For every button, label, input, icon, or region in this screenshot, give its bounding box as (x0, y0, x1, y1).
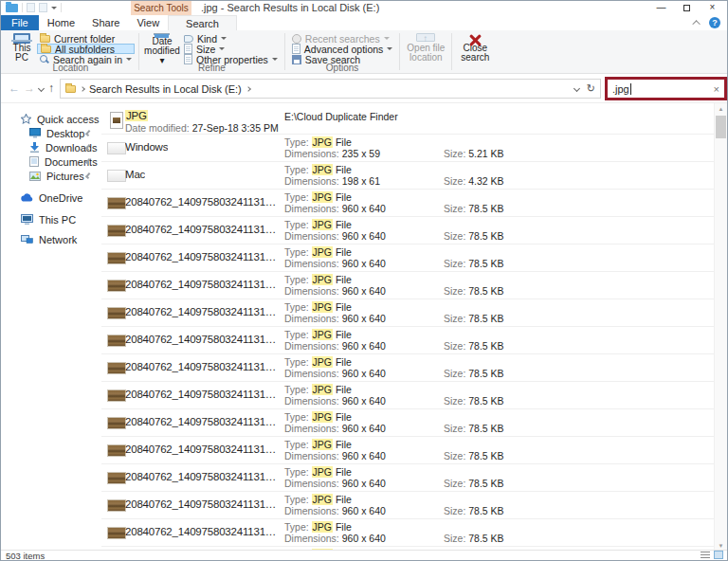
new-folder-icon[interactable] (39, 3, 47, 12)
refresh-icon[interactable]: ↻ (587, 83, 595, 94)
scroll-up-icon[interactable]: ▲ (715, 103, 727, 115)
file-size: Size: 78.5 KB (444, 340, 504, 352)
clear-search-icon[interactable]: × (714, 83, 719, 95)
sidebar-item-this-pc[interactable]: This PC (1, 212, 101, 226)
recent-locations-icon[interactable] (38, 85, 45, 92)
ribbon-group-close: Close search (452, 30, 498, 73)
sidebar-item-downloads[interactable]: Downloads (1, 140, 101, 154)
file-size: Size: 78.5 KB (444, 258, 504, 269)
file-date-modified: Date modified: 27-Sep-18 3:35 PM (125, 122, 279, 134)
file-dimensions: Dimensions: 960 x 640 (284, 478, 386, 489)
properties-icon[interactable] (27, 3, 35, 12)
file-name: Windows (125, 141, 168, 153)
file-row[interactable]: 20840762_1409758032411314_279916355...Ty… (101, 437, 714, 464)
group-label-location: Location (3, 63, 138, 73)
file-dimensions: Dimensions: 960 x 640 (284, 533, 386, 544)
file-row[interactable]: 20840762_1409758032411314_279916355...Ty… (101, 464, 714, 492)
help-icon[interactable]: ? (709, 17, 720, 28)
file-row[interactable]: 20840762_1409758032411314_279916355...Ty… (101, 190, 714, 217)
sidebar-item-quick-access[interactable]: Quick access (1, 112, 101, 126)
file-row[interactable]: 20840762_1409758032411314_279916355...Ty… (101, 492, 714, 519)
image-thumbnail-icon (107, 142, 126, 154)
search-tools-contextual-label: Search Tools (131, 1, 191, 15)
scrollbar-thumb[interactable] (716, 116, 726, 138)
back-button[interactable]: ← (9, 81, 20, 95)
image-thumbnail-icon (107, 499, 126, 512)
close-button[interactable]: × (700, 1, 725, 15)
status-bar: 503 items (1, 550, 727, 560)
sidebar-item-documents[interactable]: Documents (1, 154, 101, 169)
customize-qat-icon[interactable] (51, 7, 57, 9)
close-search-icon (468, 33, 482, 42)
file-row[interactable]: 20840762_1409758032411314_279916355...Ty… (101, 272, 714, 299)
file-row[interactable]: 20840762_1409758032411314_279916355...Ty… (101, 382, 714, 409)
file-size: Size: 5.21 KB (444, 148, 504, 159)
file-size: Size: 78.5 KB (444, 423, 504, 434)
dropdown-icon (221, 37, 227, 40)
file-type: Type: JPG File (284, 246, 352, 258)
tab-home[interactable]: Home (39, 15, 83, 30)
jpg-folder-icon (110, 112, 123, 129)
tab-search[interactable]: Search (168, 15, 237, 30)
ribbon-group-refine: Date modified ▾ Kind Size Other properti… (139, 30, 284, 73)
sidebar-item-onedrive[interactable]: OneDrive (1, 190, 101, 205)
file-row[interactable]: WindowsType: JPG FileDimensions: 235 x 5… (101, 135, 714, 162)
forward-button[interactable]: → (24, 81, 35, 95)
file-size: Size: 78.5 KB (444, 505, 504, 516)
all-subfolders-button[interactable]: All subfolders (37, 44, 135, 54)
file-name: 20840762_1409758032411314_279916355... (125, 251, 281, 262)
file-name: 20840762_1409758032411314_279916355... (125, 443, 281, 455)
address-dropdown-icon[interactable] (573, 85, 580, 92)
open-file-location-button[interactable]: Open file location (404, 32, 447, 63)
address-bar[interactable]: Search Results in Local Disk (E:) ↻ (60, 79, 601, 99)
collapse-ribbon-icon[interactable] (692, 20, 700, 27)
size-button[interactable]: Size (181, 44, 281, 54)
sidebar-item-pictures[interactable]: Pictures (1, 169, 101, 183)
dropdown-icon (126, 58, 132, 61)
file-list: JPGDate modified: 27-Sep-18 3:35 PME:\Cl… (101, 103, 714, 552)
file-row[interactable]: 20840762_1409758032411314_279916355...Ty… (101, 354, 714, 382)
file-dimensions: Dimensions: 960 x 640 (284, 340, 386, 352)
tab-view[interactable]: View (128, 15, 168, 30)
pin-icon (84, 130, 91, 136)
file-row[interactable]: 20840762_1409758032411314_279916355...Ty… (101, 217, 714, 244)
sidebar-item-network[interactable]: Network (1, 232, 101, 246)
file-name: 20840762_1409758032411314_279916355... (125, 224, 281, 235)
date-modified-button[interactable]: Date modified ▾ (143, 32, 181, 63)
kind-button[interactable]: Kind (181, 33, 281, 44)
file-name: 20840762_1409758032411314_279916355... (125, 471, 281, 482)
breadcrumb[interactable]: Search Results in Local Disk (E:) (89, 83, 242, 95)
restore-button[interactable] (674, 1, 700, 15)
minimize-button[interactable]: — (648, 1, 674, 15)
image-thumbnail-icon (107, 252, 126, 264)
file-row[interactable]: 20840762_1409758032411314_279916355...Ty… (101, 299, 714, 327)
vertical-scrollbar[interactable]: ▲ ▼ (714, 103, 727, 552)
star-icon (21, 114, 31, 124)
this-pc-button[interactable]: This PC (7, 32, 37, 63)
advanced-options-button[interactable]: Advanced options (289, 44, 395, 54)
image-thumbnail-icon (107, 444, 126, 457)
close-search-button[interactable]: Close search (456, 32, 494, 63)
file-row[interactable]: JPGDate modified: 27-Sep-18 3:35 PME:\Cl… (101, 107, 714, 135)
file-dimensions: Dimensions: 960 x 640 (284, 368, 386, 379)
recent-searches-button[interactable]: Recent searches (289, 33, 395, 44)
up-button[interactable]: ↑ (48, 81, 54, 95)
desktop-icon (29, 128, 41, 138)
file-row[interactable]: MacType: JPG FileDimensions: 198 x 61Siz… (101, 162, 714, 190)
file-row[interactable]: 20840762_1409758032411314_279916355...Ty… (101, 409, 714, 437)
title-bar: Search Tools .jpg - Search Results in Lo… (1, 1, 727, 15)
file-type: Type: JPG File (284, 191, 352, 203)
file-type: Type: JPG File (284, 219, 352, 230)
thumbnails-view-icon[interactable] (714, 551, 723, 559)
search-input[interactable]: .jpg × (605, 77, 727, 100)
file-row[interactable]: 20840762_1409758032411314_279916355...Ty… (101, 519, 714, 547)
ribbon-group-options: Recent searches Advanced options Save se… (285, 30, 399, 73)
current-folder-button[interactable]: Current folder (37, 33, 135, 44)
image-thumbnail-icon (107, 362, 126, 374)
file-row[interactable]: 20840762_1409758032411314_279916355...Ty… (101, 327, 714, 354)
tab-file[interactable]: File (1, 15, 39, 30)
details-view-icon[interactable] (701, 551, 710, 559)
tab-share[interactable]: Share (83, 15, 128, 30)
sidebar-item-desktop[interactable]: Desktop (1, 126, 101, 140)
file-row[interactable]: 20840762_1409758032411314_279916355...Ty… (101, 244, 714, 272)
